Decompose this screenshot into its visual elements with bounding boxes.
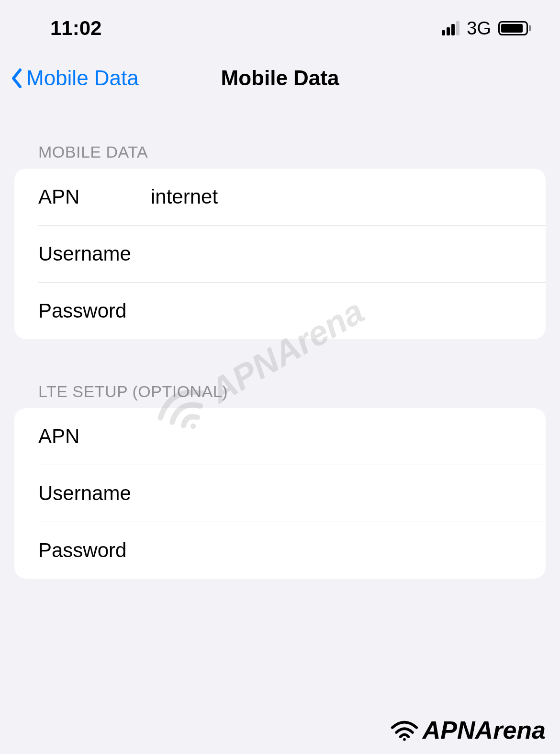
navigation-bar: Mobile Data Mobile Data: [0, 49, 560, 104]
network-type-label: 3G: [467, 18, 491, 39]
watermark-text: APNArena: [423, 716, 546, 744]
field-label-lte-apn: APN: [38, 425, 151, 448]
status-right: 3G: [442, 18, 531, 39]
wifi-icon: [390, 720, 419, 741]
field-row-lte-username[interactable]: Username: [38, 465, 546, 522]
section-header-lte: LTE SETUP (OPTIONAL): [14, 382, 546, 408]
field-label-lte-username: Username: [38, 482, 151, 505]
field-row-apn[interactable]: APN: [38, 169, 546, 226]
status-time: 11:02: [50, 17, 101, 40]
battery-icon: [498, 21, 531, 35]
lte-apn-input[interactable]: [151, 425, 522, 448]
page-title: Mobile Data: [221, 66, 339, 90]
section-lte: APN Username Password: [14, 408, 546, 579]
status-bar: 11:02 3G: [0, 0, 560, 49]
back-button[interactable]: Mobile Data: [10, 66, 139, 90]
watermark-bottom: APNArena: [390, 716, 546, 744]
section-mobile-data: APN Username Password: [14, 169, 546, 339]
field-label-username: Username: [38, 242, 151, 265]
field-row-username[interactable]: Username: [38, 226, 546, 283]
svg-point-1: [403, 738, 406, 741]
field-label-lte-password: Password: [38, 539, 151, 562]
section-header-mobile-data: MOBILE DATA: [14, 143, 546, 169]
cellular-signal-icon: [442, 21, 459, 35]
field-row-lte-apn[interactable]: APN: [38, 408, 546, 465]
chevron-back-icon: [10, 68, 24, 89]
field-label-apn: APN: [38, 185, 151, 208]
field-label-password: Password: [38, 299, 151, 322]
lte-password-input[interactable]: [151, 539, 522, 562]
lte-username-input[interactable]: [151, 482, 522, 505]
field-row-lte-password[interactable]: Password: [14, 522, 546, 579]
back-label: Mobile Data: [26, 66, 139, 90]
apn-input[interactable]: [151, 185, 522, 208]
password-input[interactable]: [151, 299, 522, 322]
content: MOBILE DATA APN Username Password LTE SE…: [0, 104, 560, 579]
field-row-password[interactable]: Password: [14, 283, 546, 339]
username-input[interactable]: [151, 242, 522, 265]
